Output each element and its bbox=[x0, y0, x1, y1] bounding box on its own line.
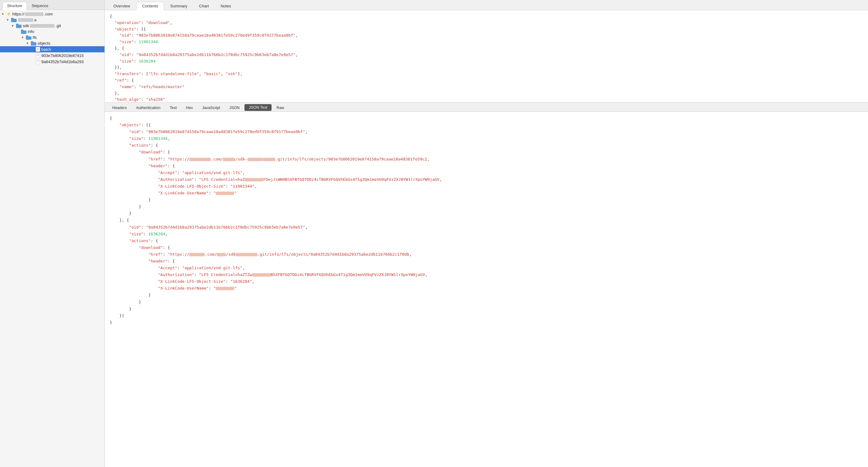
tab-notes[interactable]: Notes bbox=[215, 2, 237, 10]
tree-label-root: https:// bbox=[12, 12, 24, 16]
tree-label-root-suffix: .com bbox=[44, 12, 53, 16]
tree-label-info: info bbox=[28, 29, 34, 34]
subtab-authentication[interactable]: Authentication bbox=[132, 104, 164, 111]
folder-icon-objects bbox=[31, 41, 36, 45]
tree-item-folder-a[interactable]: ▼ a bbox=[0, 17, 104, 23]
upper-json-content: { "operation": "download", "objects": [{… bbox=[110, 13, 863, 103]
tab-sequence[interactable]: Sequence bbox=[27, 2, 53, 9]
subtab-raw[interactable]: Raw bbox=[272, 104, 288, 111]
tab-structure[interactable]: Structure bbox=[2, 2, 27, 10]
subtab-text[interactable]: Text bbox=[165, 104, 181, 111]
lower-json-content: { "objects": [{ "oid": "903e7b8062019e87… bbox=[110, 115, 863, 326]
svg-rect-1 bbox=[11, 18, 13, 20]
file-icon-9a84 bbox=[36, 59, 40, 64]
tab-overview[interactable]: Overview bbox=[108, 2, 135, 10]
tree-label-sdk-suffix: .git bbox=[56, 24, 61, 28]
tree-label-sdk: sdk bbox=[23, 24, 29, 28]
file-icon-903e bbox=[36, 53, 40, 58]
tree-label-batch: batch bbox=[41, 47, 51, 52]
tree-item-file-batch[interactable]: ▶ batch bbox=[0, 46, 104, 53]
folder-icon-sdk bbox=[16, 24, 22, 28]
tab-summary[interactable]: Summary bbox=[164, 2, 193, 10]
subtab-json[interactable]: JSON bbox=[225, 104, 244, 111]
folder-icon-info bbox=[21, 30, 27, 34]
tree-item-file-903e[interactable]: ▶ 903e7b8062019e87415 bbox=[0, 53, 104, 59]
tree-label-blurred-a bbox=[18, 18, 33, 22]
svg-rect-9 bbox=[31, 41, 33, 43]
tree-item-folder-info[interactable]: ▶ info bbox=[0, 29, 104, 34]
svg-rect-7 bbox=[26, 35, 28, 37]
tree-arrow-a: ▼ bbox=[6, 18, 11, 22]
tab-contents[interactable]: Contents bbox=[136, 2, 164, 10]
tree-label-blurred-root bbox=[25, 12, 43, 16]
tree-arrow-sdk: ▼ bbox=[11, 24, 16, 27]
subtab-hex[interactable]: Hex bbox=[182, 104, 197, 111]
tree-item-file-9a84[interactable]: ▶ 9a84352b7d4d1b8a293 bbox=[0, 59, 104, 65]
tree-label-lfs: lfs bbox=[33, 35, 37, 40]
upper-json-panel: { "operation": "download", "objects": [{… bbox=[105, 10, 868, 103]
tree-label-a-suffix: a bbox=[34, 18, 36, 22]
tree-item-root[interactable]: ▼ ⚡ https:// .com bbox=[0, 11, 104, 17]
file-icon-batch bbox=[36, 47, 40, 52]
main-panel: Overview Contents Summary Chart Notes { … bbox=[105, 0, 868, 467]
tree-arrow-lfs: ▼ bbox=[21, 36, 26, 39]
sidebar: Structure Sequence ▼ ⚡ https:// .com ▼ a… bbox=[0, 0, 105, 467]
sub-tab-bar: Headers Authentication Text Hex JavaScri… bbox=[105, 103, 868, 112]
subtab-headers[interactable]: Headers bbox=[108, 104, 131, 111]
tree-label-blurred-sdk bbox=[30, 24, 55, 28]
svg-rect-3 bbox=[16, 24, 19, 25]
tree-item-folder-sdk[interactable]: ▼ sdk .git bbox=[0, 23, 104, 29]
tree-label-objects: objects bbox=[38, 41, 50, 45]
subtab-javascript[interactable]: JavaScript bbox=[198, 104, 224, 111]
tree-arrow-root: ▼ bbox=[1, 12, 6, 16]
main-tab-bar: Overview Contents Summary Chart Notes bbox=[105, 0, 868, 10]
sidebar-tab-bar: Structure Sequence bbox=[0, 0, 104, 10]
folder-icon-a bbox=[11, 18, 17, 22]
tree-container: ▼ ⚡ https:// .com ▼ a ▼ sdk bbox=[0, 10, 104, 467]
tree-item-folder-objects[interactable]: ▼ objects bbox=[0, 40, 104, 46]
tree-label-9a84: 9a84352b7d4d1b8a293 bbox=[41, 60, 84, 64]
tab-chart[interactable]: Chart bbox=[193, 2, 215, 10]
svg-rect-5 bbox=[21, 30, 24, 31]
subtab-json-text[interactable]: JSON Text bbox=[244, 104, 272, 111]
tree-arrow-objects: ▼ bbox=[26, 42, 31, 45]
tree-item-folder-lfs[interactable]: ▼ lfs bbox=[0, 34, 104, 40]
folder-icon-lfs bbox=[26, 35, 31, 40]
tree-label-903e: 903e7b8062019e87415 bbox=[41, 53, 84, 58]
lower-json-panel: { "objects": [{ "oid": "903e7b8062019e87… bbox=[105, 112, 868, 467]
lightning-icon: ⚡ bbox=[6, 12, 11, 16]
